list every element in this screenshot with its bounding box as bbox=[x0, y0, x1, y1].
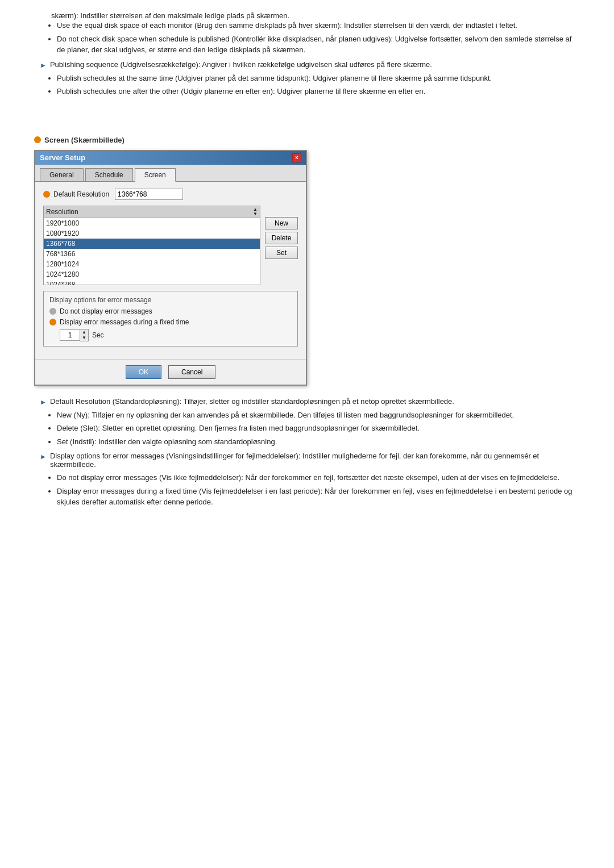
dialog-body: Default Resolution Resolution ▲ ▼ 1920*1… bbox=[35, 182, 306, 359]
bullet-item: New (Ny): Tilføjer en ny opløsning der k… bbox=[57, 410, 580, 421]
cancel-button[interactable]: Cancel bbox=[168, 365, 215, 379]
spin-down-icon[interactable]: ▼ bbox=[80, 335, 88, 341]
dialog-titlebar: Server Setup × bbox=[35, 151, 306, 165]
top-line1: skærm): Indstiller størrelsen af den mak… bbox=[51, 11, 580, 20]
list-item[interactable]: 1366*768 bbox=[44, 239, 260, 249]
default-resolution-label: Default Resolution bbox=[53, 190, 109, 198]
dialog-footer: OK Cancel bbox=[35, 359, 306, 385]
resolution-listbox[interactable]: Resolution ▲ ▼ 1920*1080 1080*1920 1366*… bbox=[43, 206, 260, 285]
tab-schedule[interactable]: Schedule bbox=[85, 168, 133, 181]
radio-row-1: Do not display error messages bbox=[49, 307, 292, 315]
publishing-bullets: Publish schedules at the same time (Udgi… bbox=[57, 73, 580, 97]
spinbox-unit-label: Sec bbox=[92, 331, 104, 339]
bullet-item: Publish schedules one after the other (U… bbox=[57, 86, 580, 97]
error-section: Display options for error message Do not… bbox=[43, 291, 298, 347]
new-button[interactable]: New bbox=[265, 217, 298, 229]
resolution-area: Resolution ▲ ▼ 1920*1080 1080*1920 1366*… bbox=[43, 206, 298, 285]
bullet-item: Use the equal disk space of each monitor… bbox=[57, 20, 580, 31]
radio-on-icon bbox=[49, 319, 56, 326]
server-setup-dialog: Server Setup × General Schedule Screen D… bbox=[34, 150, 307, 386]
bullet-item: Display error messages during a fixed ti… bbox=[57, 486, 580, 508]
spin-buttons: ▲ ▼ bbox=[80, 329, 89, 341]
dialog-wrapper: Server Setup × General Schedule Screen D… bbox=[34, 150, 580, 386]
radio1-label[interactable]: Do not display error messages bbox=[60, 307, 152, 315]
radio-off-icon bbox=[49, 308, 56, 315]
spinbox-row: ▲ ▼ Sec bbox=[60, 329, 292, 341]
arrow-icon: ► bbox=[40, 398, 47, 406]
scroll-down-icon[interactable]: ▼ bbox=[253, 212, 258, 216]
dialog-title: Server Setup bbox=[40, 153, 85, 162]
radio-row-2: Display error messages during a fixed ti… bbox=[49, 318, 292, 326]
screen-section-header: Screen (Skærmbillede) bbox=[34, 136, 580, 144]
scroll-buttons: ▲ ▼ bbox=[253, 207, 258, 216]
resolution-buttons: New Delete Set bbox=[265, 206, 298, 285]
bullet-item: Delete (Slet): Sletter en oprettet opløs… bbox=[57, 423, 580, 434]
list-item[interactable]: 768*1366 bbox=[44, 249, 260, 259]
list-item[interactable]: 1024*768 bbox=[44, 279, 260, 285]
tab-general[interactable]: General bbox=[40, 168, 84, 181]
orange-dot-icon bbox=[43, 191, 50, 198]
set-button[interactable]: Set bbox=[265, 247, 298, 259]
spin-up-icon[interactable]: ▲ bbox=[80, 329, 88, 335]
error-section-title: Display options for error message bbox=[49, 296, 292, 304]
dialog-tabs: General Schedule Screen bbox=[35, 165, 306, 182]
radio2-label[interactable]: Display error messages during a fixed ti… bbox=[60, 318, 189, 326]
default-resolution-desc: ► Default Resolution (Standardopløsning)… bbox=[40, 397, 580, 406]
dialog-close-button[interactable]: × bbox=[292, 153, 301, 162]
display-options-desc: ► Display options for error messages (Vi… bbox=[40, 452, 580, 469]
ok-button[interactable]: OK bbox=[126, 365, 161, 379]
bullet-item: Publish schedules at the same time (Udgi… bbox=[57, 73, 580, 84]
arrow-icon: ► bbox=[40, 61, 47, 69]
default-resolution-row: Default Resolution bbox=[43, 189, 298, 200]
display-options-bullets: Do not display error messages (Vis ikke … bbox=[57, 472, 580, 508]
spinbox-input[interactable] bbox=[60, 329, 80, 341]
list-item[interactable]: 1920*1080 bbox=[44, 218, 260, 228]
list-item[interactable]: 1280*1024 bbox=[44, 259, 260, 269]
tab-screen[interactable]: Screen bbox=[135, 168, 176, 182]
delete-button[interactable]: Delete bbox=[265, 232, 298, 244]
bullet-item: Set (Indstil): Indstiller den valgte opl… bbox=[57, 436, 580, 448]
default-resolution-input[interactable] bbox=[115, 189, 183, 200]
orange-dot-icon bbox=[34, 136, 41, 143]
arrow-icon: ► bbox=[40, 453, 47, 461]
spinbox: ▲ ▼ bbox=[60, 329, 89, 341]
top-bullets: Use the equal disk space of each monitor… bbox=[57, 20, 580, 56]
publishing-sequence: ► Publishing sequence (Udgivelsesrækkefø… bbox=[40, 60, 580, 69]
bottom-section: ► Default Resolution (Standardopløsning)… bbox=[34, 397, 580, 508]
list-item[interactable]: 1024*1280 bbox=[44, 269, 260, 279]
bullet-item: Do not display error messages (Vis ikke … bbox=[57, 472, 580, 483]
bullet-item: Do not check disk space when schedule is… bbox=[57, 34, 580, 56]
default-resolution-bullets: New (Ny): Tilføjer en ny opløsning der k… bbox=[57, 410, 580, 448]
resolution-list-items: 1920*1080 1080*1920 1366*768 768*1366 12… bbox=[44, 218, 260, 285]
top-section: skærm): Indstiller størrelsen af den mak… bbox=[34, 11, 580, 97]
list-item[interactable]: 1080*1920 bbox=[44, 228, 260, 239]
listbox-header: Resolution ▲ ▼ bbox=[44, 206, 260, 218]
